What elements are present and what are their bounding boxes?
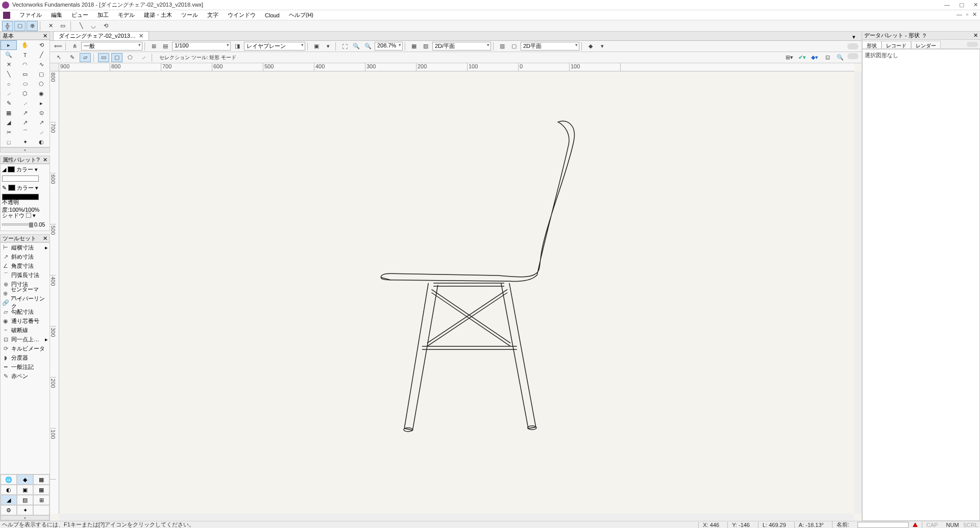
eyedropper-icon[interactable]: ✎ <box>1 98 17 108</box>
class-icon[interactable]: ⋔ <box>69 42 80 51</box>
fillet-icon[interactable]: ↗ <box>33 118 50 128</box>
selection-tool-icon[interactable]: ▸ <box>1 40 17 50</box>
tabs-dropdown-icon[interactable]: ▾ <box>849 34 859 40</box>
toolset-header[interactable]: ツールセット ✕ <box>0 234 50 242</box>
spiral-icon[interactable]: ◉ <box>33 89 50 98</box>
mirror-icon[interactable]: ◢ <box>1 118 17 128</box>
toolset-item[interactable]: ⟳キルビメータ <box>1 344 50 353</box>
shadow-checkbox[interactable] <box>26 213 31 218</box>
polyline-icon[interactable]: ⟋ <box>1 89 17 98</box>
toolset-item[interactable]: ↗斜め寸法 <box>1 252 50 261</box>
rounded-rect-icon[interactable]: ▢ <box>33 69 50 79</box>
toolset-item[interactable]: ~破断線 <box>1 325 50 335</box>
offset-icon[interactable]: ↗ <box>17 118 33 128</box>
freehand-tool-icon[interactable]: ∿ <box>33 60 50 69</box>
collapse-pill[interactable] <box>847 43 859 49</box>
layer-plane-combo[interactable]: レイヤプレーン <box>244 42 305 51</box>
toolset-tab[interactable]: ⚙ <box>1 505 17 515</box>
document-tab[interactable]: ダイニングチェア-02_v2013… ✕ <box>53 31 149 40</box>
pref-icon[interactable]: ⊞▾ <box>783 53 795 62</box>
mode-marquee-icon[interactable]: ▱ <box>80 53 91 62</box>
render-icon[interactable]: ◆ <box>585 42 596 51</box>
snap-tangent-icon[interactable]: ◡ <box>88 21 99 31</box>
menu-window[interactable]: ウインドウ <box>224 10 260 20</box>
mode-rect-icon[interactable]: ▭ <box>98 53 109 62</box>
mode-single-icon[interactable]: ▢ <box>111 53 122 62</box>
dropdown-icon[interactable]: ▾ <box>33 212 36 219</box>
plane-icon[interactable]: ▨ <box>421 42 431 51</box>
pen-icon[interactable]: ✎ <box>2 185 7 191</box>
toolset-item[interactable]: ◉通り芯番号 <box>1 316 50 325</box>
text-tool-icon[interactable]: T <box>17 50 33 60</box>
toolset-item[interactable]: ◗分度器 <box>1 353 50 362</box>
data-palette-header[interactable]: データパレット - 形状 ? ✕ <box>862 32 980 40</box>
menu-modify[interactable]: 加工 <box>93 10 113 20</box>
unified-view-icon[interactable]: ▦ <box>409 42 419 51</box>
check-icon[interactable]: ✔▾ <box>796 53 807 62</box>
menu-text[interactable]: 文字 <box>203 10 223 20</box>
toolset-tab[interactable]: ▨ <box>17 495 33 505</box>
snap-edge-icon[interactable]: ╲ <box>76 21 87 31</box>
trim-icon[interactable]: ✂ <box>1 128 17 137</box>
toolset-item[interactable]: ⊡同一点上…▸ <box>1 335 50 344</box>
layer-icon[interactable]: ⊞ <box>149 42 159 51</box>
toolset-tab[interactable]: ◆ <box>17 474 33 485</box>
nav-back-icon[interactable]: ⟸ <box>53 42 63 51</box>
snap-smart-icon[interactable]: ▭ <box>57 21 68 31</box>
close-icon[interactable]: ✕ <box>43 33 47 39</box>
tab-shape[interactable]: 形状 <box>862 41 881 48</box>
toolset-item[interactable]: ⌒円弧長寸法 <box>1 270 50 280</box>
tab-record[interactable]: レコード <box>881 41 911 48</box>
flyover-tool-icon[interactable]: ⟲ <box>33 40 50 50</box>
basic-palette-header[interactable]: 基本 ✕ <box>0 32 50 40</box>
regular-poly-icon[interactable]: ⬡ <box>17 89 33 98</box>
menu-arch[interactable]: 建築・土木 <box>140 10 176 20</box>
toolset-item[interactable]: ∠角度寸法 <box>1 261 50 270</box>
menu-help[interactable]: ヘルプ(H) <box>285 10 317 20</box>
cross-tool-icon[interactable]: ✕ <box>1 60 17 69</box>
snap-intersect-icon[interactable]: ✕ <box>45 21 56 31</box>
tab-render[interactable]: レンダー <box>911 41 941 48</box>
toolset-tab[interactable]: ◐ <box>1 485 17 495</box>
dropdown-icon[interactable]: ▾ <box>597 42 607 51</box>
palette-handle-icon[interactable]: ▾ <box>0 147 50 153</box>
help-icon[interactable]: ? <box>36 157 39 163</box>
toolset-tab[interactable]: ◢ <box>1 495 17 505</box>
status-name-input[interactable] <box>857 522 909 528</box>
alert-icon[interactable] <box>913 522 918 527</box>
help-icon[interactable]: ? <box>923 33 926 39</box>
polygon-icon[interactable]: ⬠ <box>33 79 50 89</box>
collapse-pill[interactable] <box>847 53 859 59</box>
snap-grid-icon[interactable]: ╬ <box>2 21 13 31</box>
scrollbar-vertical[interactable] <box>854 71 862 514</box>
fill-icon[interactable]: ◢ <box>2 166 6 173</box>
extra-icon[interactable]: ◐ <box>33 137 50 147</box>
line-tool-icon[interactable]: ╱ <box>33 50 50 60</box>
zoom-combo[interactable]: 208.7% <box>375 42 403 51</box>
zoom-out-icon[interactable]: 🔍 <box>363 42 373 51</box>
rotate-icon[interactable]: ⊙ <box>33 108 50 118</box>
scale-combo[interactable]: 1/100 <box>172 42 231 51</box>
menu-model[interactable]: モデル <box>114 10 139 20</box>
pan-tool-icon[interactable]: ✋ <box>17 40 33 50</box>
double-line-icon[interactable]: ╲ <box>1 69 17 79</box>
multi-view-icon[interactable]: ▥ <box>497 42 507 51</box>
mode-lasso-icon[interactable]: ✎ <box>66 53 78 62</box>
toolset-tab[interactable]: ▣ <box>17 485 33 495</box>
reshape-icon[interactable]: □ <box>1 137 17 147</box>
split-icon[interactable]: ⌒ <box>17 128 33 137</box>
toolset-item[interactable]: ━一般注記 <box>1 362 50 371</box>
align-icon[interactable]: ⊡ <box>822 53 833 62</box>
line-weight-slider[interactable] <box>2 223 33 225</box>
scrollbar-horizontal[interactable] <box>59 514 854 521</box>
oval-tool-icon[interactable]: ⬭ <box>17 79 33 89</box>
toolset-tab[interactable]: ⊞ <box>33 495 50 505</box>
ruler-vertical[interactable]: 800 700 600 500 400 300 200 100 <box>50 71 59 514</box>
palette-handle-icon[interactable]: ▾ <box>1 515 50 520</box>
toolset-item[interactable]: 🔗ハイパーリンク <box>1 298 50 307</box>
menu-view[interactable]: ビュー <box>67 10 92 20</box>
symbol-tool-icon[interactable]: ▦ <box>1 108 17 118</box>
toolset-tab[interactable]: ✦ <box>17 505 33 515</box>
dropdown-icon[interactable]: ▾ <box>323 42 333 51</box>
dropdown-icon[interactable]: ▾ <box>35 185 38 191</box>
